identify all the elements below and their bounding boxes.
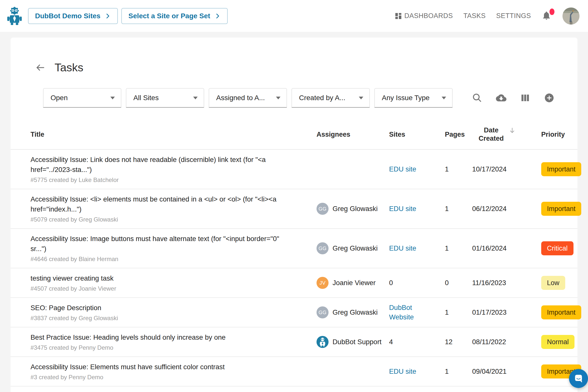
site-link[interactable]: EDU site [389, 204, 416, 214]
column-header-assignees[interactable]: Assignees [306, 131, 379, 138]
date-created: 10/17/2024 [462, 165, 531, 173]
filter-row: Open All Sites Assigned to A... Created … [43, 88, 554, 108]
assigned-filter-value: Assigned to A... [216, 94, 265, 102]
task-title[interactable]: Accessibility Issue: Elements must have … [31, 362, 288, 372]
columns-icon[interactable] [520, 93, 530, 103]
task-row[interactable]: SEO: Page Description #3837 created by G… [11, 298, 577, 327]
page-head: Tasks [11, 38, 577, 74]
nav-label-dashboards: DASHBOARDS [404, 12, 453, 20]
pages-count: 1 [434, 244, 462, 252]
issue-type-filter-value: Any Issue Type [382, 94, 430, 102]
nav-link-dashboards[interactable]: DASHBOARDS [394, 12, 453, 20]
site-select-label: Select a Site or Page Set [128, 12, 210, 20]
unread-notification-dot [549, 9, 554, 15]
task-row[interactable]: Accessibility Issue: Elements must have … [11, 357, 577, 386]
task-meta: #3475 created by Penny Demo [31, 344, 288, 351]
nav-link-settings[interactable]: SETTINGS [496, 12, 531, 20]
task-row[interactable]: Accessibility Issue: Link does not have … [11, 150, 577, 189]
dashboard-grid-icon [394, 12, 402, 20]
date-created-label: Date Created [476, 126, 506, 143]
site-link[interactable]: EDU site [389, 164, 416, 174]
task-title[interactable]: Accessibility Issue: Image buttons must … [31, 234, 288, 254]
caret-down-icon [442, 97, 446, 99]
issue-type-filter-select[interactable]: Any Issue Type [374, 88, 453, 108]
date-created: 06/12/2024 [462, 205, 531, 213]
assignee-name: DubBot Support [333, 338, 382, 346]
search-icon[interactable] [472, 93, 482, 103]
priority-badge: Important [541, 202, 581, 216]
nav-label-settings: SETTINGS [496, 12, 531, 20]
assignee-name: Greg Glowaski [333, 308, 378, 316]
date-created: 01/16/2024 [462, 244, 531, 252]
sites-filter-value: All Sites [133, 94, 159, 102]
chat-launcher-button[interactable] [569, 369, 588, 388]
assignee: GG Greg Glowaski [317, 203, 379, 215]
task-row[interactable]: Accessibility Issue: <li> elements must … [11, 189, 577, 229]
assignee-name: Greg Glowaski [333, 244, 378, 252]
caret-down-icon [276, 97, 280, 99]
task-title[interactable]: SEO: Page Description [31, 303, 288, 313]
tasks-table: Title Assignees Sites Pages Date Created… [11, 120, 577, 386]
date-created: 08/11/2022 [462, 338, 531, 346]
priority-badge: Critical [541, 241, 573, 255]
tasks-card: Tasks Open All Sites Assigned to A... Cr… [11, 38, 577, 392]
pages-count: 12 [434, 338, 462, 346]
column-header-priority[interactable]: Priority [531, 131, 577, 138]
column-header-pages[interactable]: Pages [434, 131, 462, 138]
table-toolbar [472, 93, 554, 103]
task-meta: #5079 created by Greg Glowaski [31, 216, 288, 223]
assignee: DubBot Support [317, 336, 379, 348]
assignee: JV Joanie Viewer [317, 277, 379, 289]
caret-down-icon [110, 97, 115, 99]
task-title[interactable]: testing viewer creating task [31, 273, 288, 283]
task-title[interactable]: Best Practice Issue: Heading levels shou… [31, 332, 288, 342]
assignee: GG Greg Glowaski [317, 242, 379, 254]
created-by-filter-value: Created by A... [299, 94, 345, 102]
sites-count: 4 [389, 338, 393, 346]
status-filter-select[interactable]: Open [43, 88, 121, 108]
site-link[interactable]: EDU site [389, 244, 416, 253]
assignee-avatar: JV [317, 277, 329, 289]
priority-badge: Important [541, 162, 581, 176]
dubbot-support-avatar-icon [317, 336, 329, 348]
column-header-date-created[interactable]: Date Created [462, 126, 531, 143]
chevron-right-icon [105, 13, 111, 19]
table-header-row: Title Assignees Sites Pages Date Created… [11, 120, 577, 150]
dubbot-logo-icon[interactable] [7, 7, 23, 25]
assignee-avatar: GG [317, 242, 329, 254]
site-group-button[interactable]: DubBot Demo Sites [28, 8, 118, 24]
column-header-title[interactable]: Title [31, 131, 306, 138]
nav-right: DASHBOARDS TASKS SETTINGS [394, 8, 579, 25]
pages-count: 1 [434, 165, 462, 173]
task-title[interactable]: Accessibility Issue: <li> elements must … [31, 194, 288, 214]
assignee-avatar: GG [317, 203, 329, 215]
nav-link-tasks[interactable]: TASKS [463, 12, 486, 20]
chevron-right-icon [215, 13, 221, 19]
assigned-filter-select[interactable]: Assigned to A... [209, 88, 287, 108]
site-link[interactable]: EDU site [389, 367, 416, 376]
sites-filter-select[interactable]: All Sites [126, 88, 204, 108]
notifications-bell-icon[interactable] [541, 11, 552, 22]
caret-down-icon [359, 97, 363, 99]
task-meta: #4507 created by Joanie Viewer [31, 285, 288, 292]
task-row[interactable]: testing viewer creating task #4507 creat… [11, 268, 577, 298]
page-title: Tasks [55, 61, 83, 74]
pages-count: 1 [434, 308, 462, 316]
pages-count: 1 [434, 205, 462, 213]
cloud-download-icon[interactable] [496, 93, 506, 103]
priority-badge: Low [541, 276, 565, 290]
task-title[interactable]: Accessibility Issue: Link does not have … [31, 155, 288, 175]
date-created: 09/04/2021 [462, 367, 531, 375]
site-link[interactable]: DubBot Website [389, 303, 434, 322]
pages-count: 0 [434, 279, 462, 287]
site-select-button[interactable]: Select a Site or Page Set [121, 8, 228, 24]
back-arrow-icon[interactable] [35, 62, 46, 73]
column-header-sites[interactable]: Sites [379, 131, 434, 138]
task-meta: #3837 created by Greg Glowaski [31, 314, 288, 322]
add-task-icon[interactable] [544, 93, 554, 103]
task-row[interactable]: Best Practice Issue: Heading levels shou… [11, 327, 577, 357]
task-row[interactable]: Accessibility Issue: Image buttons must … [11, 229, 577, 268]
status-filter-value: Open [51, 94, 68, 102]
user-avatar[interactable] [562, 8, 579, 25]
created-by-filter-select[interactable]: Created by A... [291, 88, 370, 108]
